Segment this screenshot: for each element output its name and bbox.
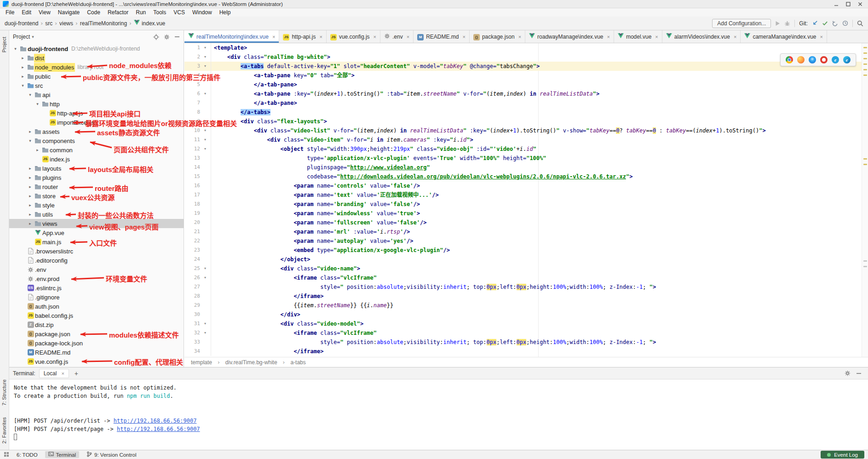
editor-tab-roadwayManage-index.vue[interactable]: roadwayManage\index.vue× <box>525 30 614 43</box>
close-tab-icon[interactable]: × <box>462 34 465 40</box>
code-line-text[interactable]: <div class="video-item" v-for="i in item… <box>211 135 868 144</box>
tree-item-plugins[interactable]: ▸plugins <box>9 173 184 182</box>
chevron-collapsed-icon[interactable]: ▸ <box>27 194 34 198</box>
code-line-text[interactable]: pluginspage="http://www.videolan.org" <box>211 163 868 172</box>
project-panel-title[interactable]: Project <box>13 34 30 40</box>
code-line-text[interactable]: </div> <box>211 310 868 319</box>
close-tab-icon[interactable]: × <box>734 34 736 40</box>
chevron-expanded-icon[interactable]: ▾ <box>27 92 34 97</box>
debug-icon[interactable] <box>784 21 790 26</box>
code-editor[interactable]: 1▾<template>2▾ <div class="realTime bg-w… <box>184 43 868 357</box>
tree-item-assets[interactable]: ▸assets <box>9 127 184 136</box>
code-line-text[interactable]: <object style="width:390px;height:219px"… <box>211 144 868 154</box>
code-line-text[interactable]: </a-tabs> <box>211 108 868 117</box>
menu-window[interactable]: Window <box>189 9 216 16</box>
tree-item-.browserslistrc[interactable]: .browserslistrc <box>9 247 184 256</box>
editor-tab-.env[interactable]: .env× <box>380 30 414 43</box>
terminal-link[interactable]: http://192.168.66.56:9007 <box>114 418 197 424</box>
tree-item-common[interactable]: ▸common <box>9 145 184 155</box>
tree-item-App.vue[interactable]: App.vue <box>9 228 184 237</box>
safari-icon[interactable] <box>809 56 816 63</box>
chevron-collapsed-icon[interactable]: ▸ <box>34 148 41 152</box>
code-line-text[interactable]: <param name='branding' value='false'/> <box>211 200 868 209</box>
tree-item-store[interactable]: ▸store <box>9 191 184 201</box>
code-line-text[interactable]: <param name='text' value='正在加载视频中...'/> <box>211 190 868 200</box>
hide-icon[interactable] <box>856 371 862 376</box>
fold-marker-icon[interactable]: ▾ <box>200 62 210 71</box>
tree-item-api[interactable]: ▾api <box>9 90 184 99</box>
menu-view[interactable]: View <box>35 9 54 16</box>
breadcrumb-item-realTimeMonitoring[interactable]: realTimeMonitoring <box>80 20 127 27</box>
chevron-expanded-icon[interactable]: ▾ <box>19 83 26 88</box>
breadcrumb-item-duoji-frontend[interactable]: duoji-frontend <box>5 20 38 27</box>
tree-item-index.js[interactable]: JSindex.js <box>9 155 184 164</box>
code-line-text[interactable]: codebase="http://downloads.videolan.org/… <box>211 172 868 181</box>
close-tab-icon[interactable]: × <box>272 34 275 40</box>
tree-item-duoji-frontend[interactable]: ▾duoji-frontendD:\zheheWeb\duoji-fronten… <box>9 44 184 53</box>
tree-item-babel.config.js[interactable]: JSbabel.config.js <box>9 311 184 320</box>
fold-marker-icon[interactable]: ▾ <box>200 328 210 338</box>
tree-item-style[interactable]: ▸style <box>9 201 184 210</box>
fold-marker-icon[interactable]: ▾ <box>200 319 210 328</box>
terminal-link[interactable]: http://192.168.66.56:9007 <box>117 426 200 432</box>
firefox-icon[interactable] <box>797 56 805 63</box>
chrome-icon[interactable] <box>786 56 793 63</box>
close-icon[interactable]: × <box>61 371 64 376</box>
stripe-button-favorites[interactable]: 2: Favorites <box>1 417 7 443</box>
breadcrumb-item-views[interactable]: views <box>59 20 73 27</box>
code-line-text[interactable]: <template> <box>211 43 868 52</box>
menu-edit[interactable]: Edit <box>18 9 35 16</box>
edge-icon[interactable]: e <box>843 56 851 63</box>
fold-marker-icon[interactable]: ▾ <box>200 273 210 282</box>
menu-code[interactable]: Code <box>83 9 104 16</box>
tree-item-main.js[interactable]: JSmain.js <box>9 237 184 247</box>
editor-tab-model.vue[interactable]: model.vue× <box>614 30 662 43</box>
error-stripe[interactable] <box>862 43 868 357</box>
menu-tools[interactable]: Tools <box>149 9 170 16</box>
editor-tab-realTimeMonitoring-index.vue[interactable]: realTimeMonitoring\index.vue× <box>184 30 279 43</box>
ie-icon[interactable]: e <box>832 56 839 63</box>
chevron-collapsed-icon[interactable]: ▸ <box>19 65 26 69</box>
tree-item-node_modules[interactable]: ▸node_moduleslibrary root <box>9 63 184 72</box>
tree-item-.editorconfig[interactable]: .editorconfig <box>9 256 184 265</box>
tree-item-utils[interactable]: ▸utils <box>9 210 184 219</box>
chevron-expanded-icon[interactable]: ▾ <box>12 46 19 51</box>
tree-item-auth.json[interactable]: {}auth.json <box>9 302 184 311</box>
chevron-collapsed-icon[interactable]: ▸ <box>19 56 26 60</box>
fold-marker-icon[interactable]: ▾ <box>200 43 210 52</box>
close-tab-icon[interactable]: × <box>655 34 658 40</box>
code-line-text[interactable]: </iframe> <box>211 347 868 356</box>
fold-marker-icon[interactable]: ▾ <box>200 126 210 135</box>
git-revert-icon[interactable] <box>832 20 838 26</box>
fold-marker-icon[interactable]: ▾ <box>200 117 210 126</box>
close-tab-icon[interactable]: × <box>518 34 521 40</box>
code-line-text[interactable]: <a-tab-pane :key="(index+1).toString()" … <box>211 89 868 98</box>
chevron-collapsed-icon[interactable]: ▸ <box>27 175 34 180</box>
code-line-text[interactable]: <div class="flex-layouts"> <box>211 117 868 126</box>
fold-marker-icon[interactable]: ▾ <box>200 89 210 98</box>
tree-item-http[interactable]: ▾http <box>9 99 184 109</box>
code-line-text[interactable]: <div class="video-list" v-for="(item,ind… <box>211 126 868 135</box>
tree-item-.env[interactable]: .env <box>9 265 184 274</box>
editor-breadcrumb-a-tabs[interactable]: a-tabs <box>290 359 305 366</box>
stripe-button-project[interactable]: Project <box>1 37 7 52</box>
code-line-text[interactable]: </iframe> <box>211 292 868 301</box>
fold-marker-icon[interactable]: ▾ <box>200 144 210 154</box>
maximize-button[interactable] <box>842 0 854 8</box>
fold-marker-icon[interactable]: ▾ <box>200 71 210 80</box>
tree-item-package.json[interactable]: {}package.json <box>9 329 184 339</box>
breadcrumb-item-src[interactable]: src <box>45 20 52 27</box>
code-line-text[interactable]: <param name='fullscreen' value='false'/> <box>211 218 868 227</box>
statusbar-item-Terminal[interactable]: Terminal <box>45 451 79 458</box>
editor-breadcrumb-div.realTime.bg-white[interactable]: div.realTime.bg-white <box>225 359 277 366</box>
editor-tab-vue.config.js[interactable]: JSvue.config.js× <box>327 30 380 43</box>
event-log-button[interactable]: Event Log <box>821 451 864 459</box>
tree-item-.eslintrc.js[interactable]: ES.eslintrc.js <box>9 283 184 293</box>
menu-help[interactable]: Help <box>216 9 235 16</box>
stripe-button-structure[interactable]: 7: Structure <box>1 379 7 406</box>
new-terminal-button[interactable]: + <box>73 370 80 377</box>
code-line-text[interactable]: style=" position:absolute;visibility:inh… <box>211 338 868 347</box>
code-line-text[interactable]: <param name='mrl' :value='i.rtsp'/> <box>211 227 868 236</box>
editor-tab-alarmVideos-index.vue[interactable]: alarmVideos\index.vue× <box>662 30 741 43</box>
close-button[interactable] <box>854 0 866 8</box>
